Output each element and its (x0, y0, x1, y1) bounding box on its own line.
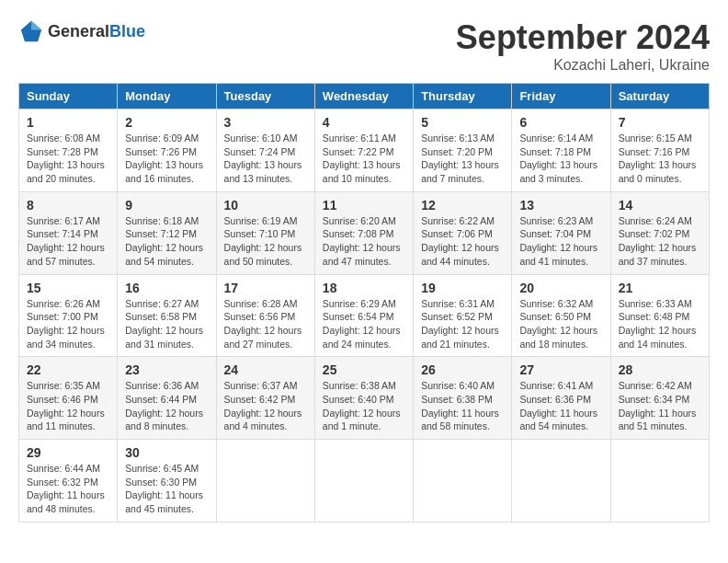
day-info: Sunrise: 6:35 AMSunset: 6:46 PMDaylight:… (27, 379, 109, 433)
day-number: 4 (323, 115, 405, 130)
table-cell: 24Sunrise: 6:37 AMSunset: 6:42 PMDayligh… (216, 357, 314, 440)
header-saturday: Saturday (610, 84, 709, 109)
table-cell: 22Sunrise: 6:35 AMSunset: 6:46 PMDayligh… (19, 357, 118, 440)
day-number: 5 (421, 115, 504, 130)
table-cell (414, 440, 512, 523)
header-friday: Friday (512, 84, 610, 109)
calendar-table: Sunday Monday Tuesday Wednesday Thursday… (18, 83, 710, 523)
day-number: 8 (27, 198, 109, 213)
header-sunday: Sunday (19, 84, 118, 109)
table-cell (512, 440, 610, 523)
day-info: Sunrise: 6:41 AMSunset: 6:36 PMDaylight:… (519, 379, 602, 433)
day-number: 2 (125, 115, 208, 130)
table-cell: 18Sunrise: 6:29 AMSunset: 6:54 PMDayligh… (314, 274, 413, 357)
table-cell: 2Sunrise: 6:09 AMSunset: 7:26 PMDaylight… (118, 109, 216, 192)
day-number: 26 (421, 362, 504, 377)
day-info: Sunrise: 6:27 AMSunset: 6:58 PMDaylight:… (125, 297, 208, 351)
table-cell (314, 440, 413, 523)
day-info: Sunrise: 6:32 AMSunset: 6:50 PMDaylight:… (519, 297, 602, 351)
day-number: 25 (323, 362, 405, 377)
day-info: Sunrise: 6:15 AMSunset: 7:16 PMDaylight:… (619, 132, 701, 186)
day-info: Sunrise: 6:29 AMSunset: 6:54 PMDaylight:… (323, 297, 405, 351)
calendar-row: 8Sunrise: 6:17 AMSunset: 7:14 PMDaylight… (19, 191, 710, 274)
header-thursday: Thursday (414, 84, 512, 109)
day-number: 28 (619, 362, 701, 377)
day-number: 16 (125, 281, 208, 295)
table-cell: 28Sunrise: 6:42 AMSunset: 6:34 PMDayligh… (610, 357, 709, 440)
day-info: Sunrise: 6:37 AMSunset: 6:42 PMDaylight:… (224, 379, 307, 433)
table-cell: 30Sunrise: 6:45 AMSunset: 6:30 PMDayligh… (118, 440, 216, 523)
table-cell: 1Sunrise: 6:08 AMSunset: 7:28 PMDaylight… (19, 109, 118, 192)
calendar-row: 1Sunrise: 6:08 AMSunset: 7:28 PMDaylight… (19, 109, 710, 192)
table-cell: 4Sunrise: 6:11 AMSunset: 7:22 PMDaylight… (314, 109, 413, 192)
table-cell: 23Sunrise: 6:36 AMSunset: 6:44 PMDayligh… (118, 357, 216, 440)
day-number: 17 (224, 281, 307, 295)
day-info: Sunrise: 6:18 AMSunset: 7:12 PMDaylight:… (125, 214, 208, 269)
day-info: Sunrise: 6:42 AMSunset: 6:34 PMDaylight:… (619, 379, 701, 433)
table-cell: 8Sunrise: 6:17 AMSunset: 7:14 PMDaylight… (19, 191, 118, 274)
header-tuesday: Tuesday (216, 84, 314, 109)
day-info: Sunrise: 6:17 AMSunset: 7:14 PMDaylight:… (27, 214, 109, 269)
day-info: Sunrise: 6:23 AMSunset: 7:04 PMDaylight:… (519, 214, 602, 269)
location-title: Kozachi Laheri, Ukraine (456, 57, 710, 74)
header-monday: Monday (118, 84, 216, 109)
day-info: Sunrise: 6:26 AMSunset: 7:00 PMDaylight:… (27, 297, 109, 351)
table-cell: 29Sunrise: 6:44 AMSunset: 6:32 PMDayligh… (19, 440, 118, 523)
day-number: 14 (619, 198, 701, 213)
day-number: 18 (323, 281, 405, 295)
day-number: 20 (519, 281, 602, 295)
weekday-header-row: Sunday Monday Tuesday Wednesday Thursday… (19, 84, 710, 109)
month-title: September 2024 (456, 18, 710, 57)
table-cell (610, 440, 709, 523)
page-header: GeneralBlue September 2024 Kozachi Laher… (18, 18, 710, 74)
table-cell: 17Sunrise: 6:28 AMSunset: 6:56 PMDayligh… (216, 274, 314, 357)
table-cell: 14Sunrise: 6:24 AMSunset: 7:02 PMDayligh… (610, 191, 709, 274)
day-info: Sunrise: 6:22 AMSunset: 7:06 PMDaylight:… (421, 214, 504, 269)
day-info: Sunrise: 6:33 AMSunset: 6:48 PMDaylight:… (619, 297, 701, 351)
logo-icon (18, 18, 44, 44)
table-cell (216, 440, 314, 523)
table-cell: 21Sunrise: 6:33 AMSunset: 6:48 PMDayligh… (610, 274, 709, 357)
table-cell: 10Sunrise: 6:19 AMSunset: 7:10 PMDayligh… (216, 191, 314, 274)
day-info: Sunrise: 6:11 AMSunset: 7:22 PMDaylight:… (323, 132, 405, 186)
day-number: 11 (323, 198, 405, 213)
table-cell: 20Sunrise: 6:32 AMSunset: 6:50 PMDayligh… (512, 274, 610, 357)
day-number: 23 (125, 362, 208, 377)
table-cell: 26Sunrise: 6:40 AMSunset: 6:38 PMDayligh… (414, 357, 512, 440)
svg-marker-1 (31, 21, 41, 30)
table-cell: 5Sunrise: 6:13 AMSunset: 7:20 PMDaylight… (414, 109, 512, 192)
header-wednesday: Wednesday (314, 84, 413, 109)
table-cell: 13Sunrise: 6:23 AMSunset: 7:04 PMDayligh… (512, 191, 610, 274)
day-info: Sunrise: 6:24 AMSunset: 7:02 PMDaylight:… (619, 214, 701, 269)
day-number: 6 (519, 115, 602, 130)
logo: GeneralBlue (18, 18, 145, 44)
day-number: 1 (27, 115, 109, 130)
day-info: Sunrise: 6:20 AMSunset: 7:08 PMDaylight:… (323, 214, 405, 269)
table-cell: 7Sunrise: 6:15 AMSunset: 7:16 PMDaylight… (610, 109, 709, 192)
day-info: Sunrise: 6:08 AMSunset: 7:28 PMDaylight:… (27, 132, 109, 186)
day-info: Sunrise: 6:45 AMSunset: 6:30 PMDaylight:… (125, 462, 208, 516)
day-info: Sunrise: 6:14 AMSunset: 7:18 PMDaylight:… (519, 132, 602, 186)
day-number: 27 (519, 362, 602, 377)
table-cell: 16Sunrise: 6:27 AMSunset: 6:58 PMDayligh… (118, 274, 216, 357)
table-cell: 12Sunrise: 6:22 AMSunset: 7:06 PMDayligh… (414, 191, 512, 274)
day-number: 29 (27, 445, 109, 460)
calendar-row: 15Sunrise: 6:26 AMSunset: 7:00 PMDayligh… (19, 274, 710, 357)
day-number: 12 (421, 198, 504, 213)
day-info: Sunrise: 6:40 AMSunset: 6:38 PMDaylight:… (421, 379, 504, 433)
day-number: 3 (224, 115, 307, 130)
day-number: 21 (619, 281, 701, 295)
day-info: Sunrise: 6:13 AMSunset: 7:20 PMDaylight:… (421, 132, 504, 186)
day-info: Sunrise: 6:38 AMSunset: 6:40 PMDaylight:… (323, 379, 405, 433)
day-number: 22 (27, 362, 109, 377)
day-number: 10 (224, 198, 307, 213)
calendar-row: 22Sunrise: 6:35 AMSunset: 6:46 PMDayligh… (19, 357, 710, 440)
table-cell: 19Sunrise: 6:31 AMSunset: 6:52 PMDayligh… (414, 274, 512, 357)
day-number: 30 (125, 445, 208, 460)
table-cell: 15Sunrise: 6:26 AMSunset: 7:00 PMDayligh… (19, 274, 118, 357)
day-number: 7 (619, 115, 701, 130)
day-info: Sunrise: 6:44 AMSunset: 6:32 PMDaylight:… (27, 462, 109, 516)
calendar-row: 29Sunrise: 6:44 AMSunset: 6:32 PMDayligh… (19, 440, 710, 523)
title-block: September 2024 Kozachi Laheri, Ukraine (456, 18, 710, 74)
logo-general: General (48, 22, 109, 40)
